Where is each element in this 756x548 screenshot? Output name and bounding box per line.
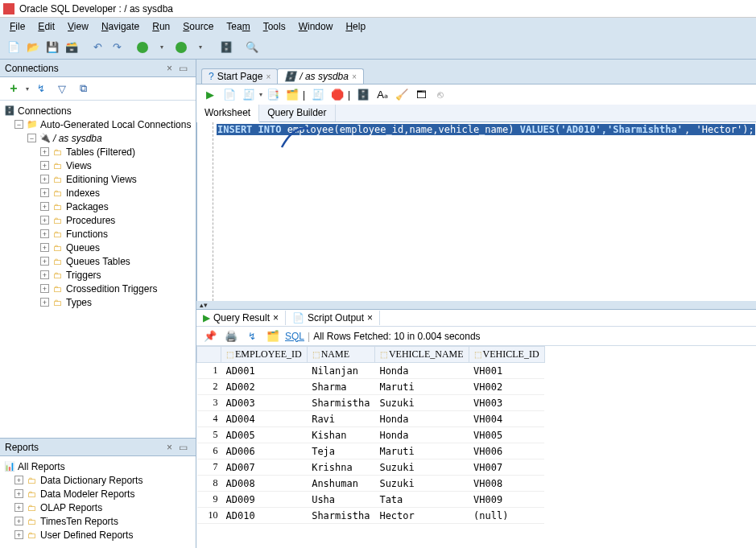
- wrap-icon[interactable]: ⎋: [432, 86, 449, 104]
- cell[interactable]: Honda: [374, 427, 469, 443]
- explain-icon[interactable]: 🧾: [240, 86, 258, 104]
- menu-team[interactable]: Team: [221, 19, 254, 34]
- tree-item[interactable]: +🗀Queues: [0, 241, 196, 254]
- panel-close-icon[interactable]: ×: [163, 63, 176, 74]
- table-row[interactable]: 5AD005KishanHondaVH005: [197, 427, 545, 443]
- column-header[interactable]: ⬚NAME: [307, 347, 374, 363]
- save-all-icon[interactable]: 🗃️: [63, 39, 81, 56]
- tree-item[interactable]: +🗀Types: [0, 295, 196, 309]
- filter-icon[interactable]: ▽: [53, 80, 71, 97]
- panel-min-icon[interactable]: ▭: [176, 63, 191, 74]
- sql-history-icon[interactable]: 🧾: [309, 86, 327, 104]
- cell[interactable]: AD010: [221, 508, 308, 524]
- close-icon[interactable]: ×: [367, 312, 373, 323]
- column-header[interactable]: ⬚EMPLOYEE_ID: [221, 347, 308, 363]
- commit-icon[interactable]: 🗂️: [283, 86, 301, 104]
- table-row[interactable]: 4AD004RaviHondaVH004: [197, 411, 545, 427]
- tree-item[interactable]: +🗀Views: [0, 159, 196, 172]
- reports-tree[interactable]: 📊All Reports +🗀Data Dictionary Reports+🗀…: [0, 456, 196, 548]
- back-drop-icon[interactable]: ▾: [153, 39, 171, 56]
- splitter[interactable]: ▴▾: [196, 301, 756, 309]
- dbms-icon[interactable]: 🗔: [412, 86, 430, 104]
- report-item[interactable]: +🗀Data Dictionary Reports: [0, 473, 196, 487]
- forward-drop-icon[interactable]: ▾: [192, 39, 209, 56]
- cell[interactable]: (null): [469, 508, 544, 524]
- report-item[interactable]: +🗀OLAP Reports: [0, 501, 196, 514]
- forward-icon[interactable]: [172, 39, 190, 56]
- cell[interactable]: AD002: [221, 379, 308, 395]
- menu-run[interactable]: Run: [147, 19, 175, 34]
- run-script-icon[interactable]: 📄: [221, 86, 238, 104]
- sql-link[interactable]: SQL: [285, 331, 304, 342]
- tree-item[interactable]: +🗀Functions: [0, 227, 196, 241]
- new-icon[interactable]: 📄: [5, 39, 23, 56]
- tab-start-page[interactable]: ?Start Page×: [201, 68, 278, 84]
- cell[interactable]: AD007: [221, 459, 308, 476]
- back-icon[interactable]: [134, 39, 151, 56]
- table-row[interactable]: 1AD001NilanjanHondaVH001: [197, 363, 545, 379]
- cell[interactable]: Krishna: [307, 459, 374, 476]
- cell[interactable]: VH008: [469, 476, 544, 492]
- run-icon[interactable]: ▶: [201, 86, 219, 104]
- table-row[interactable]: 8AD008AnshumanSuzukiVH008: [197, 476, 545, 492]
- cell[interactable]: VH002: [469, 379, 544, 395]
- tree-item[interactable]: +🗀Triggers: [0, 268, 196, 282]
- cell[interactable]: Honda: [374, 363, 469, 379]
- cell[interactable]: Maruti: [374, 443, 469, 459]
- cell[interactable]: Ravi: [307, 411, 374, 427]
- table-row[interactable]: 7AD007KrishnaSuzukiVH007: [197, 459, 545, 476]
- cell[interactable]: Usha: [307, 492, 374, 508]
- sql-icon[interactable]: 🗄️: [217, 39, 235, 56]
- menu-tools[interactable]: Tools: [258, 19, 291, 34]
- cell[interactable]: Tata: [374, 492, 469, 508]
- cell[interactable]: Hector: [374, 508, 469, 524]
- table-row[interactable]: 6AD006TejaMarutiVH006: [197, 443, 545, 459]
- cell[interactable]: Honda: [374, 411, 469, 427]
- refresh-result-icon[interactable]: ↯: [243, 328, 261, 345]
- cell[interactable]: Suzuki: [374, 459, 469, 476]
- menu-source[interactable]: Source: [178, 19, 218, 34]
- cell[interactable]: VH004: [469, 411, 544, 427]
- snippet-icon[interactable]: 🗄️: [354, 86, 372, 104]
- cell[interactable]: AD006: [221, 443, 308, 459]
- case-icon[interactable]: Aₐ: [374, 86, 391, 104]
- cell[interactable]: Suzuki: [374, 395, 469, 411]
- clear-icon[interactable]: 🧹: [393, 86, 411, 104]
- new-connection-drop-icon[interactable]: ▾: [26, 85, 29, 93]
- close-icon[interactable]: ×: [273, 312, 279, 323]
- cell[interactable]: Sharmistha: [307, 508, 374, 524]
- report-item[interactable]: +🗀Data Modeler Reports: [0, 487, 196, 501]
- cell[interactable]: Teja: [307, 443, 374, 459]
- column-header[interactable]: ⬚VEHICLE_ID: [469, 347, 544, 363]
- cell[interactable]: Sharma: [307, 379, 374, 395]
- cell[interactable]: VH007: [469, 459, 544, 476]
- menu-edit[interactable]: Edit: [33, 19, 60, 34]
- cell[interactable]: VH006: [469, 443, 544, 459]
- cell[interactable]: AD005: [221, 427, 308, 443]
- new-connection-icon[interactable]: +: [5, 80, 23, 97]
- reports-root[interactable]: 📊All Reports: [0, 459, 196, 473]
- close-icon[interactable]: ×: [352, 72, 357, 81]
- tree-item[interactable]: +🗀Queues Tables: [0, 254, 196, 268]
- table-row[interactable]: 3AD003SharmisthaSuzukiVH003: [197, 395, 545, 411]
- cell[interactable]: AD003: [221, 395, 308, 411]
- cell[interactable]: Suzuki: [374, 476, 469, 492]
- pin-icon[interactable]: 📌: [201, 328, 219, 345]
- find-icon[interactable]: 🔍: [243, 39, 261, 56]
- cell[interactable]: VH003: [469, 395, 544, 411]
- tns-icon[interactable]: ⧉: [74, 80, 92, 97]
- sql-editor[interactable]: INSERT INTO employee(employee_id,name,ve…: [196, 122, 756, 301]
- tab-connection[interactable]: 🗄️/ as sysdba×: [277, 68, 364, 84]
- cell[interactable]: VH001: [469, 363, 544, 379]
- tree-item[interactable]: +🗀Procedures: [0, 213, 196, 227]
- cell[interactable]: Anshuman: [307, 476, 374, 492]
- menu-window[interactable]: Window: [294, 19, 338, 34]
- tree-item[interactable]: +🗀Crossedition Triggers: [0, 282, 196, 295]
- cell[interactable]: Sharmistha: [307, 395, 374, 411]
- reports-min-icon[interactable]: ▭: [176, 442, 191, 453]
- menu-help[interactable]: Help: [341, 19, 370, 34]
- tree-connection[interactable]: −🔌/ as sysdba: [0, 131, 196, 145]
- menu-file[interactable]: File: [5, 19, 30, 34]
- table-row[interactable]: 2AD002SharmaMarutiVH002: [197, 379, 545, 395]
- report-item[interactable]: +🗀TimesTen Reports: [0, 514, 196, 528]
